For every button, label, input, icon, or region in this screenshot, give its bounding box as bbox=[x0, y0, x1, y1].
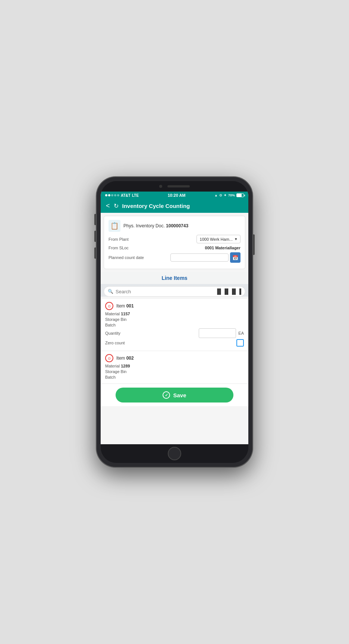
line-item-2: ⊙ Item 002 Material 1289 Storage Bin bbox=[101, 351, 248, 384]
app-header: < ↻ Inventory Cycle Counting bbox=[101, 199, 248, 213]
item-1-storage-bin: Storage Bin bbox=[105, 317, 244, 322]
calendar-icon: 📅 bbox=[232, 255, 238, 261]
signal-dot-1 bbox=[105, 194, 107, 196]
item-1-zero-count-checkbox[interactable] bbox=[236, 339, 244, 347]
item-2-status-symbol: ⊙ bbox=[108, 356, 111, 360]
search-input[interactable] bbox=[116, 289, 213, 294]
planned-count-row: Planned count date 30.03.2017 📅 bbox=[109, 252, 240, 263]
item-2-title: Item 002 bbox=[116, 356, 134, 361]
item-1-status-icon: ⊙ bbox=[105, 302, 113, 310]
app-title: Inventory Cycle Counting bbox=[122, 203, 190, 209]
item-2-storage-bin-label: Storage Bin bbox=[105, 369, 126, 374]
volume-down-button[interactable] bbox=[94, 231, 96, 242]
date-row: 30.03.2017 📅 bbox=[170, 252, 240, 263]
item-1-material-label: Material bbox=[105, 312, 120, 316]
item-2-storage-bin: Storage Bin bbox=[105, 369, 244, 374]
from-plant-row: From Plant 1000 Werk Ham... ▾ bbox=[109, 235, 240, 243]
from-sloc-value: 0001 Materiallager bbox=[205, 246, 240, 250]
calendar-button[interactable]: 📅 bbox=[230, 252, 240, 263]
item-1-zero-count-row: Zero count bbox=[105, 339, 244, 347]
dropdown-arrow-icon: ▾ bbox=[235, 237, 237, 242]
item-1-material-value: 1157 bbox=[121, 312, 130, 316]
doc-header: 📋 Phys. Inventory Doc. 100000743 bbox=[109, 220, 240, 232]
item-2-batch: Batch bbox=[105, 375, 244, 379]
signal-dot-2 bbox=[108, 194, 110, 196]
mute-button[interactable] bbox=[94, 247, 96, 259]
item-1-status-symbol: ⊙ bbox=[108, 304, 111, 308]
item-1-header: ⊙ Item 001 bbox=[105, 302, 244, 310]
home-button[interactable] bbox=[168, 447, 181, 460]
line-item-1: ⊙ Item 001 Material 1157 Storage Bin bbox=[101, 299, 248, 351]
line-items-section: Line Items 🔍 ▐▌▐▌▐▌▐ bbox=[101, 272, 248, 297]
line-items-title: Line Items bbox=[161, 275, 187, 281]
camera bbox=[159, 185, 162, 188]
item-1-quantity-label: Quantity bbox=[105, 331, 199, 335]
item-1-batch: Batch bbox=[105, 323, 244, 327]
item-1-number: 001 bbox=[126, 303, 134, 309]
signal-dots bbox=[105, 194, 119, 196]
item-2-material-value: 1289 bbox=[121, 364, 130, 368]
sync-icon: ↻ bbox=[114, 202, 119, 209]
item-2-number: 002 bbox=[126, 356, 134, 361]
doc-icon: 📋 bbox=[109, 220, 120, 232]
status-time: 10:20 AM bbox=[168, 193, 186, 198]
from-sloc-label: From SLoc bbox=[109, 246, 205, 250]
status-bar: AT&T LTE 10:20 AM ▲ ⊙ ✦ 70% bbox=[101, 192, 248, 199]
location-icon: ▲ bbox=[214, 193, 218, 197]
save-button[interactable]: ✓ Save bbox=[116, 388, 233, 402]
save-bar: ✓ Save bbox=[101, 384, 248, 406]
item-2-batch-label: Batch bbox=[105, 375, 116, 379]
item-2-label: Item bbox=[116, 356, 125, 361]
doc-label: Phys. Inventory Doc. bbox=[123, 223, 165, 228]
line-items-header: Line Items bbox=[101, 272, 248, 284]
signal-dot-5 bbox=[117, 194, 119, 196]
item-1-zero-count-label: Zero count bbox=[105, 341, 236, 345]
from-plant-label: From Plant bbox=[109, 237, 196, 242]
item-1-quantity-input[interactable] bbox=[199, 328, 236, 338]
planned-count-label: Planned count date bbox=[109, 255, 170, 260]
phone-bottom bbox=[101, 444, 248, 463]
save-check-icon: ✓ bbox=[163, 391, 170, 399]
volume-up-button[interactable] bbox=[94, 214, 96, 225]
power-button[interactable] bbox=[253, 234, 255, 255]
save-label: Save bbox=[173, 392, 186, 398]
item-2-material-label: Material bbox=[105, 364, 120, 368]
item-2-header: ⊙ Item 002 bbox=[105, 354, 244, 362]
battery-fill bbox=[237, 194, 242, 197]
search-icon: 🔍 bbox=[108, 289, 113, 294]
alarm-icon: ⊙ bbox=[219, 193, 222, 197]
bluetooth-icon: ✦ bbox=[224, 193, 227, 197]
status-left: AT&T LTE bbox=[105, 193, 139, 198]
doc-number: 100000743 bbox=[166, 223, 188, 228]
speaker bbox=[167, 185, 190, 187]
document-card: 📋 Phys. Inventory Doc. 100000743 From Pl… bbox=[104, 216, 245, 269]
phone-top-hardware bbox=[101, 181, 248, 192]
item-1-material: Material 1157 bbox=[105, 312, 244, 316]
search-bar[interactable]: 🔍 ▐▌▐▌▐▌▐ bbox=[104, 286, 245, 297]
item-1-unit: EA bbox=[238, 331, 244, 335]
barcode-icon[interactable]: ▐▌▐▌▐▌▐ bbox=[216, 288, 241, 294]
from-plant-value: 1000 Werk Ham... bbox=[200, 237, 233, 242]
content-area: 📋 Phys. Inventory Doc. 100000743 From Pl… bbox=[101, 213, 248, 444]
back-button[interactable]: < bbox=[106, 202, 110, 210]
from-plant-select[interactable]: 1000 Werk Ham... ▾ bbox=[196, 235, 240, 243]
carrier-label: AT&T bbox=[121, 193, 131, 198]
item-1-batch-label: Batch bbox=[105, 323, 116, 327]
battery-percent: 70% bbox=[228, 193, 235, 197]
planned-count-date-input[interactable]: 30.03.2017 bbox=[170, 253, 229, 262]
battery-icon bbox=[236, 193, 244, 197]
network-label: LTE bbox=[132, 193, 139, 198]
doc-title: Phys. Inventory Doc. 100000743 bbox=[123, 223, 188, 228]
item-1-quantity-row: Quantity EA bbox=[105, 328, 244, 338]
signal-dot-4 bbox=[114, 194, 116, 196]
signal-dot-3 bbox=[111, 194, 113, 196]
item-1-label: Item bbox=[116, 303, 125, 309]
item-1-storage-bin-label: Storage Bin bbox=[105, 317, 126, 322]
status-right: ▲ ⊙ ✦ 70% bbox=[214, 193, 244, 197]
item-2-material: Material 1289 bbox=[105, 364, 244, 368]
item-1-title: Item 001 bbox=[116, 303, 134, 309]
from-sloc-row: From SLoc 0001 Materiallager bbox=[109, 246, 240, 250]
item-2-status-icon: ⊙ bbox=[105, 354, 113, 362]
from-sloc-value-text: 0001 Materiallager bbox=[205, 246, 240, 250]
